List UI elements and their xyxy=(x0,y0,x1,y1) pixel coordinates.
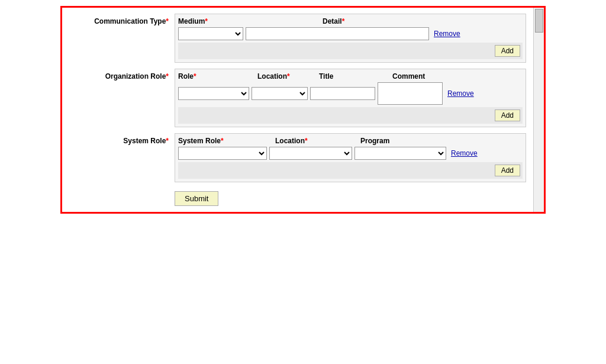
org-comment-textarea[interactable] xyxy=(378,82,443,105)
form-container: Communication Type* Medium* Detail* xyxy=(68,14,526,206)
system-role-content: System Role* Location* Program xyxy=(175,133,526,182)
sys-role-input-row: Remove xyxy=(178,147,523,160)
medium-col-header: Medium* xyxy=(178,17,320,25)
submit-row: Submit xyxy=(68,188,526,206)
form-wrapper: Communication Type* Medium* Detail* xyxy=(60,6,546,214)
org-role-add-button[interactable]: Add xyxy=(495,109,520,121)
organization-role-section: Organization Role* Role* Location* Title… xyxy=(68,69,526,127)
comm-type-remove-button[interactable]: Remove xyxy=(431,30,463,38)
org-role-header-row: Role* Location* Title Comment xyxy=(178,72,523,80)
submit-button[interactable]: Submit xyxy=(175,191,218,206)
title-col-header: Title xyxy=(319,72,390,80)
org-role-select[interactable] xyxy=(178,87,249,100)
comm-type-header-row: Medium* Detail* xyxy=(178,17,523,25)
sys-role-remove-button[interactable]: Remove xyxy=(449,149,480,157)
communication-type-label: Communication Type* xyxy=(68,14,175,25)
org-role-remove-button[interactable]: Remove xyxy=(445,89,476,98)
comm-type-add-button[interactable]: Add xyxy=(495,45,520,57)
system-role-col-header: System Role* xyxy=(178,137,273,145)
role-col-header: Role* xyxy=(178,72,255,80)
system-role-section: System Role* System Role* Location* Prog… xyxy=(68,133,526,182)
detail-input[interactable] xyxy=(246,27,429,40)
org-role-add-row: Add xyxy=(178,107,523,124)
org-location-select[interactable] xyxy=(252,87,308,100)
sys-location-col-header: Location* xyxy=(275,137,358,145)
program-select[interactable] xyxy=(354,147,446,160)
system-role-select[interactable] xyxy=(178,147,267,160)
comm-type-input-row: Remove xyxy=(178,27,523,40)
sys-role-add-button[interactable]: Add xyxy=(495,165,520,176)
scrollbar[interactable] xyxy=(533,8,544,212)
medium-select[interactable] xyxy=(178,27,243,40)
communication-type-content: Medium* Detail* Remove Add xyxy=(175,14,526,63)
org-title-input[interactable] xyxy=(310,87,375,100)
comment-col-header: Comment xyxy=(392,72,523,80)
system-role-label: System Role* xyxy=(68,133,175,145)
sys-location-select[interactable] xyxy=(269,147,352,160)
org-role-input-row: Remove xyxy=(178,82,523,105)
program-col-header: Program xyxy=(360,137,455,145)
detail-col-header: Detail* xyxy=(323,17,523,25)
scrollbar-thumb[interactable] xyxy=(535,9,543,33)
location-col-header: Location* xyxy=(257,72,317,80)
comm-type-add-row: Add xyxy=(178,43,523,59)
organization-role-label: Organization Role* xyxy=(68,69,175,80)
sys-role-add-row: Add xyxy=(178,162,523,179)
sys-role-header-row: System Role* Location* Program xyxy=(178,137,523,145)
organization-role-content: Role* Location* Title Comment xyxy=(175,69,526,127)
communication-type-section: Communication Type* Medium* Detail* xyxy=(68,14,526,63)
